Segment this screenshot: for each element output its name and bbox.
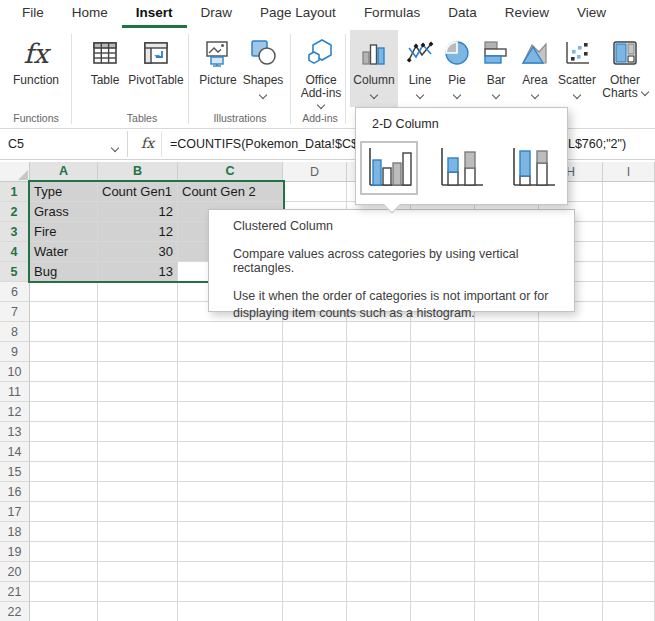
cell-G14[interactable] (475, 442, 539, 462)
row-header-10[interactable]: 10 (0, 362, 30, 382)
cell-E17[interactable] (347, 502, 411, 522)
cell-F15[interactable] (411, 462, 475, 482)
cell-G18[interactable] (475, 522, 539, 542)
cell-C15[interactable] (178, 462, 283, 482)
insert-function-button[interactable]: fx (134, 131, 162, 157)
row-header-13[interactable]: 13 (0, 422, 30, 442)
function-button[interactable]: fx Function (6, 30, 66, 108)
cell-A4[interactable]: Water (30, 242, 98, 262)
cell-G13[interactable] (475, 422, 539, 442)
cell-A5[interactable]: Bug (30, 262, 98, 282)
other-charts-button[interactable]: Other Charts (598, 30, 652, 108)
cell-I8[interactable] (603, 322, 655, 342)
formula-input-tail[interactable]: $L$760;"2") (561, 131, 626, 157)
cell-I5[interactable] (603, 262, 655, 282)
cell-A2[interactable]: Grass (30, 202, 98, 222)
cell-E12[interactable] (347, 402, 411, 422)
cell-B20[interactable] (98, 562, 178, 582)
cell-G12[interactable] (475, 402, 539, 422)
cell-A18[interactable] (30, 522, 98, 542)
cell-B17[interactable] (98, 502, 178, 522)
cell-B7[interactable] (98, 302, 178, 322)
cell-I1[interactable] (603, 182, 655, 202)
cell-G15[interactable] (475, 462, 539, 482)
cell-E15[interactable] (347, 462, 411, 482)
row-header-8[interactable]: 8 (0, 322, 30, 342)
cell-A17[interactable] (30, 502, 98, 522)
cell-A11[interactable] (30, 382, 98, 402)
name-box[interactable]: C5 (0, 131, 128, 157)
line-chart-button[interactable]: Line (402, 30, 438, 108)
cell-F8[interactable] (411, 322, 475, 342)
cell-I18[interactable] (603, 522, 655, 542)
cell-I4[interactable] (603, 242, 655, 262)
row-header-18[interactable]: 18 (0, 522, 30, 542)
cell-H10[interactable] (539, 362, 603, 382)
cell-I19[interactable] (603, 542, 655, 562)
cell-G20[interactable] (475, 562, 539, 582)
cell-B18[interactable] (98, 522, 178, 542)
cell-E14[interactable] (347, 442, 411, 462)
row-header-21[interactable]: 21 (0, 582, 30, 602)
cell-H12[interactable] (539, 402, 603, 422)
shapes-button[interactable]: Shapes (240, 30, 286, 108)
cell-D1[interactable] (283, 182, 347, 202)
column-header-B[interactable]: B (98, 162, 178, 182)
row-header-22[interactable]: 22 (0, 602, 30, 621)
cell-A21[interactable] (30, 582, 98, 602)
cell-I14[interactable] (603, 442, 655, 462)
cell-I20[interactable] (603, 562, 655, 582)
area-chart-button[interactable]: Area (516, 30, 554, 108)
cell-E22[interactable] (347, 602, 411, 621)
cell-I21[interactable] (603, 582, 655, 602)
menu-tab-view[interactable]: View (563, 0, 620, 28)
cell-C21[interactable] (178, 582, 283, 602)
cell-F18[interactable] (411, 522, 475, 542)
table-button[interactable]: Table (82, 30, 128, 108)
row-header-16[interactable]: 16 (0, 482, 30, 502)
row-header-14[interactable]: 14 (0, 442, 30, 462)
cell-H19[interactable] (539, 542, 603, 562)
pie-chart-button[interactable]: Pie (440, 30, 474, 108)
cell-H20[interactable] (539, 562, 603, 582)
cell-A22[interactable] (30, 602, 98, 621)
row-header-12[interactable]: 12 (0, 402, 30, 422)
cell-A12[interactable] (30, 402, 98, 422)
row-header-3[interactable]: 3 (0, 222, 30, 242)
cell-A16[interactable] (30, 482, 98, 502)
cell-D9[interactable] (283, 342, 347, 362)
column-header-A[interactable]: A (30, 162, 98, 182)
menu-tab-home[interactable]: Home (58, 0, 122, 28)
cell-E21[interactable] (347, 582, 411, 602)
cell-A13[interactable] (30, 422, 98, 442)
cell-H22[interactable] (539, 602, 603, 621)
cell-G22[interactable] (475, 602, 539, 621)
cell-A8[interactable] (30, 322, 98, 342)
cell-I15[interactable] (603, 462, 655, 482)
menu-tab-draw[interactable]: Draw (187, 0, 247, 28)
cell-I9[interactable] (603, 342, 655, 362)
cell-A19[interactable] (30, 542, 98, 562)
menu-tab-formulas[interactable]: Formulas (350, 0, 434, 28)
picture-button[interactable]: Picture (196, 30, 240, 108)
row-header-20[interactable]: 20 (0, 562, 30, 582)
cell-E13[interactable] (347, 422, 411, 442)
cell-C12[interactable] (178, 402, 283, 422)
cell-B12[interactable] (98, 402, 178, 422)
cell-E8[interactable] (347, 322, 411, 342)
chart-option-stacked-column[interactable] (432, 141, 490, 195)
cell-C1[interactable]: Count Gen 2 (178, 182, 283, 202)
column-header-D[interactable]: D (283, 162, 347, 182)
row-header-15[interactable]: 15 (0, 462, 30, 482)
cell-A20[interactable] (30, 562, 98, 582)
cell-B19[interactable] (98, 542, 178, 562)
cell-F12[interactable] (411, 402, 475, 422)
cell-D16[interactable] (283, 482, 347, 502)
cell-G10[interactable] (475, 362, 539, 382)
cell-C9[interactable] (178, 342, 283, 362)
cell-C8[interactable] (178, 322, 283, 342)
scatter-chart-button[interactable]: Scatter (556, 30, 598, 108)
cell-A9[interactable] (30, 342, 98, 362)
cell-H17[interactable] (539, 502, 603, 522)
cell-G16[interactable] (475, 482, 539, 502)
